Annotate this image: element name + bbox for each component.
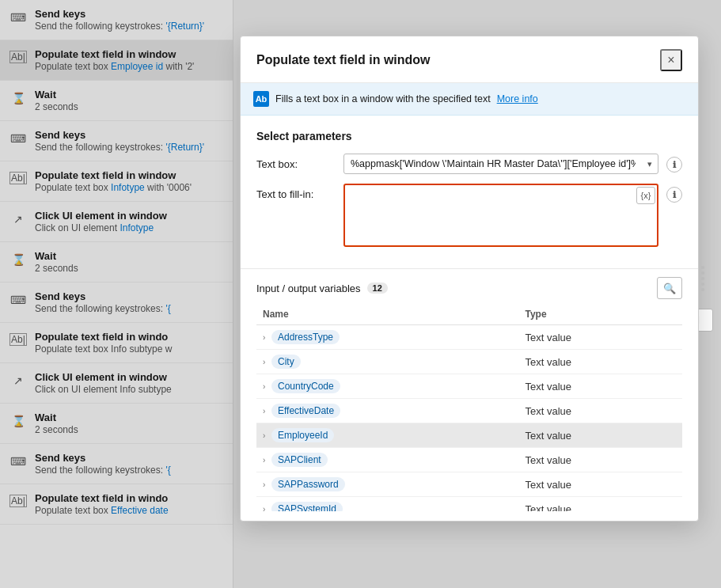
var-type: Text value [518,325,682,350]
modal-grip [701,266,704,291]
textbox-label: Text box: [256,154,336,170]
vars-table: Name Type › AddressType Text value › Cit… [256,305,682,511]
more-info-link[interactable]: More info [497,93,538,104]
var-name: City [271,355,301,369]
var-name: EmployeeId [271,428,334,442]
var-type: Text value [518,374,682,399]
var-name: SAPClient [271,453,328,467]
var-name: SAPSystemId [271,502,343,511]
textfill-input[interactable] [343,184,658,247]
table-row[interactable]: › EmployeeId Text value [256,423,682,448]
var-type: Text value [518,423,682,448]
modal-body: Select parameters Text box: %appmask['Wi… [241,116,698,268]
expand-icon[interactable]: › [263,431,265,440]
var-name: SAPPassword [271,477,345,491]
col-name-header: Name [256,305,518,325]
table-row[interactable]: › SAPClient Text value [256,448,682,472]
expand-icon[interactable]: › [263,358,265,366]
expand-icon[interactable]: › [263,456,265,465]
vars-label: Input / output variables [256,283,361,294]
modal-header: Populate text field in window × [241,36,698,83]
textfill-label: Text to fill-in: [256,184,336,200]
table-row[interactable]: › SAPSystemId Text value [256,497,682,512]
variable-insert-button[interactable]: {x} [636,187,655,204]
modal-title: Populate text field in window [256,53,431,67]
table-row[interactable]: › CountryCode Text value [256,374,682,399]
table-row[interactable]: › City Text value [256,350,682,374]
var-type: Text value [518,448,682,472]
textbox-row: Text box: %appmask['Window \'Maintain HR… [256,154,682,174]
table-row[interactable]: › SAPPassword Text value [256,472,682,497]
table-row[interactable]: › EffectiveDate Text value [256,399,682,423]
populate-modal: Populate text field in window × Ab Fills… [240,36,699,522]
expand-icon[interactable]: › [263,407,265,415]
info-bar: Ab Fills a text box in a window with the… [241,83,698,116]
var-type: Text value [518,497,682,512]
textbox-select[interactable]: %appmask['Window \'Maintain HR Master Da… [343,154,658,174]
col-type-header: Type [518,305,682,325]
expand-icon[interactable]: › [263,505,265,511]
vars-count-badge: 12 [367,283,388,294]
var-name: EffectiveDate [271,404,340,418]
params-title: Select parameters [256,130,682,142]
var-name: CountryCode [271,379,340,393]
var-name: AddressType [271,330,340,344]
info-icon: Ab [253,91,269,107]
vars-search-button[interactable]: 🔍 [657,277,682,299]
search-icon: 🔍 [663,283,676,294]
close-button[interactable]: × [660,49,682,71]
var-type: Text value [518,350,682,374]
expand-icon[interactable]: › [263,382,265,391]
textfill-row: Text to fill-in: {x} ℹ [256,184,682,249]
expand-icon[interactable]: › [263,480,265,489]
vars-table-scroll[interactable]: Name Type › AddressType Text value › Cit… [256,305,682,511]
var-type: Text value [518,472,682,497]
textfill-control: {x} [343,184,658,249]
var-type: Text value [518,399,682,423]
textfill-info-button[interactable]: ℹ [666,187,682,203]
table-row[interactable]: › AddressType Text value [256,325,682,350]
info-text: Fills a text box in a window with the sp… [275,93,491,104]
vars-title-row: Input / output variables 12 [256,283,388,294]
vars-header: Input / output variables 12 🔍 [256,269,682,305]
textbox-control: %appmask['Window \'Maintain HR Master Da… [343,154,658,174]
variables-section: Input / output variables 12 🔍 Name Type … [241,268,698,521]
textbox-info-button[interactable]: ℹ [666,157,682,173]
expand-icon[interactable]: › [263,333,265,342]
